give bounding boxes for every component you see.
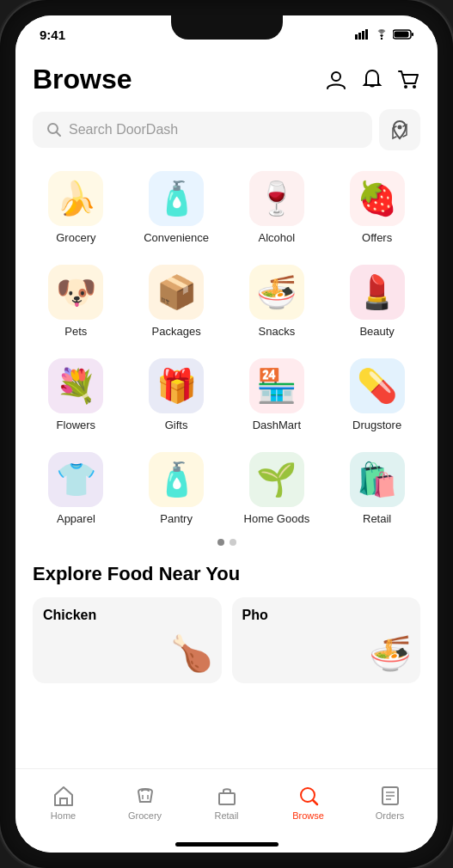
category-label-pantry: Pantry	[160, 512, 193, 525]
phone-frame: 9:41	[0, 0, 453, 868]
search-input-wrap[interactable]: Search DoorDash	[33, 112, 372, 148]
status-time: 9:41	[40, 28, 65, 42]
svg-point-4	[381, 38, 383, 40]
home-bar	[175, 842, 279, 847]
category-icon-homegoods: 🌱	[249, 452, 304, 507]
svg-line-19	[313, 800, 317, 804]
nav-icon-browse	[297, 784, 321, 808]
food-card-pho[interactable]: Pho 🍜	[232, 597, 421, 683]
wifi-icon	[375, 29, 389, 40]
home-indicator	[15, 835, 438, 853]
notification-icon-button[interactable]	[360, 68, 384, 92]
category-icon-convenience: 🧴	[149, 171, 204, 226]
nav-label-home: Home	[51, 810, 76, 821]
category-item-retail[interactable]: 🛍️ Retail	[327, 445, 427, 532]
account-icon	[325, 69, 347, 91]
category-label-apparel: Apparel	[57, 512, 95, 525]
category-item-packages[interactable]: 📦 Packages	[126, 258, 227, 345]
header-icons	[324, 68, 420, 92]
category-item-flowers[interactable]: 💐 Flowers	[26, 351, 126, 438]
food-card-chicken[interactable]: Chicken 🍗	[33, 597, 222, 683]
explore-section: Explore Food Near You Chicken 🍗 Pho 🍜	[15, 559, 438, 694]
nav-icon-home	[52, 784, 76, 808]
category-icon-pantry: 🧴	[149, 452, 204, 507]
category-icon-flowers: 💐	[48, 358, 103, 413]
category-item-apparel[interactable]: 👕 Apparel	[26, 445, 126, 532]
category-icon-pets: 🐶	[48, 265, 103, 320]
category-icon-offers: 🍓	[350, 171, 405, 226]
svg-point-8	[332, 72, 340, 81]
nav-item-home[interactable]: Home	[22, 784, 104, 821]
svg-rect-7	[395, 32, 409, 38]
category-label-alcohol: Alcohol	[259, 231, 296, 244]
category-label-gifts: Gifts	[165, 419, 188, 431]
dot-1	[217, 539, 224, 546]
header: Browse	[15, 53, 438, 102]
category-icon-alcohol: 🍷	[249, 171, 304, 226]
battery-icon	[393, 29, 413, 40]
nav-label-retail: Retail	[214, 810, 238, 821]
category-label-beauty: Beauty	[359, 325, 394, 338]
category-label-pets: Pets	[64, 325, 87, 338]
search-map-button[interactable]	[379, 109, 420, 150]
category-item-pets[interactable]: 🐶 Pets	[26, 258, 126, 345]
category-label-homegoods: Home Goods	[244, 512, 310, 525]
category-icon-beauty: 💄	[350, 265, 405, 320]
map-icon	[389, 119, 410, 140]
bottom-nav: Home Grocery Retail Browse Orders	[15, 768, 438, 835]
status-bar: 9:41	[15, 15, 438, 53]
nav-label-orders: Orders	[376, 810, 405, 821]
category-item-drugstore[interactable]: 💊 Drugstore	[327, 351, 427, 438]
category-item-beauty[interactable]: 💄 Beauty	[327, 258, 427, 345]
svg-rect-3	[365, 29, 368, 40]
page-dots	[15, 539, 438, 546]
category-label-grocery: Grocery	[56, 231, 95, 244]
svg-rect-6	[412, 33, 413, 36]
category-icon-grocery: 🍌	[48, 171, 103, 226]
food-card-image-chicken: 🍗	[162, 623, 222, 683]
category-icon-snacks: 🍜	[249, 265, 304, 320]
svg-rect-0	[355, 34, 358, 40]
nav-label-grocery: Grocery	[128, 810, 162, 821]
nav-icon-retail	[215, 784, 239, 808]
category-label-flowers: Flowers	[57, 419, 96, 431]
account-icon-button[interactable]	[324, 68, 348, 92]
category-item-homegoods[interactable]: 🌱 Home Goods	[227, 445, 328, 532]
category-item-gifts[interactable]: 🎁 Gifts	[126, 351, 227, 438]
svg-point-10	[413, 85, 416, 89]
category-label-dashmart: DashMart	[253, 419, 301, 431]
category-label-snacks: Snacks	[259, 325, 296, 338]
category-item-alcohol[interactable]: 🍷 Alcohol	[227, 164, 328, 251]
dot-2	[230, 539, 236, 546]
svg-rect-17	[219, 793, 235, 804]
main-content: Browse	[15, 53, 438, 768]
category-item-offers[interactable]: 🍓 Offers	[327, 164, 427, 251]
signal-icon	[355, 29, 370, 40]
svg-point-9	[404, 85, 407, 89]
category-item-convenience[interactable]: 🧴 Convenience	[126, 164, 227, 251]
category-label-convenience: Convenience	[144, 231, 209, 244]
svg-point-13	[398, 125, 402, 130]
nav-item-orders[interactable]: Orders	[349, 784, 431, 821]
food-card-label-pho: Pho	[242, 608, 268, 623]
category-icon-gifts: 🎁	[149, 358, 204, 413]
category-item-grocery[interactable]: 🍌 Grocery	[26, 164, 126, 251]
category-label-packages: Packages	[152, 325, 201, 338]
nav-label-browse: Browse	[292, 810, 324, 821]
svg-line-12	[57, 132, 61, 137]
category-item-pantry[interactable]: 🧴 Pantry	[126, 445, 227, 532]
search-bar: Search DoorDash	[33, 109, 420, 150]
category-item-dashmart[interactable]: 🏪 DashMart	[227, 351, 328, 438]
nav-item-retail[interactable]: Retail	[186, 784, 267, 821]
food-card-label-chicken: Chicken	[43, 608, 96, 623]
notch	[171, 15, 283, 40]
category-item-snacks[interactable]: 🍜 Snacks	[227, 258, 328, 345]
cart-icon-button[interactable]	[396, 68, 420, 92]
category-icon-dashmart: 🏪	[249, 358, 304, 413]
nav-item-grocery[interactable]: Grocery	[104, 784, 186, 821]
category-icon-retail: 🛍️	[350, 452, 405, 507]
category-icon-apparel: 👕	[48, 452, 103, 507]
search-placeholder: Search DoorDash	[69, 122, 178, 138]
nav-item-browse[interactable]: Browse	[267, 784, 349, 821]
category-icon-packages: 📦	[149, 265, 204, 320]
